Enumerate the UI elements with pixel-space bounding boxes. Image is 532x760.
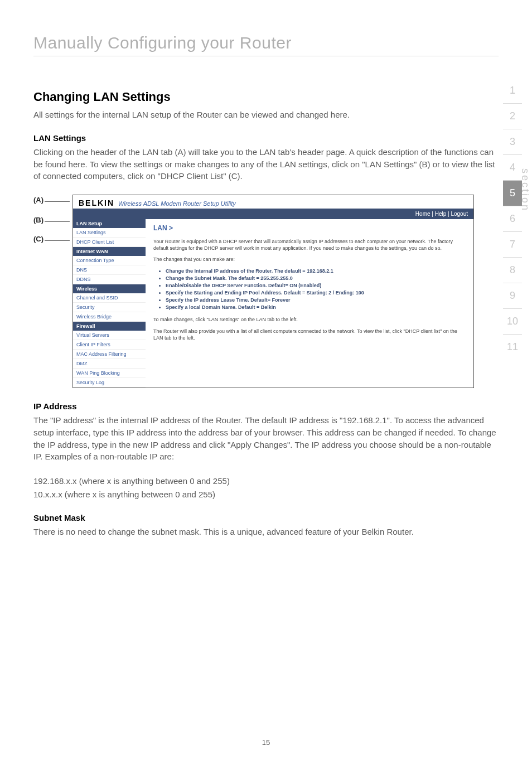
- list-item: Change the Subnet Mask. The default = 25…: [166, 275, 466, 282]
- nav-header-lan[interactable]: LAN Setup: [73, 219, 146, 228]
- list-item: Enable/Disable the DHCP Server Function.…: [166, 282, 466, 289]
- section-nav-item-7[interactable]: 7: [503, 232, 522, 258]
- section-nav-item-8[interactable]: 8: [503, 258, 522, 283]
- list-item: Specify the IP address Lease Time. Defau…: [166, 297, 466, 303]
- ip-example-1: 192.168.x.x (where x is anything between…: [33, 475, 499, 487]
- router-main-panel: LAN > Your Router is equipped with a DHC…: [146, 219, 473, 388]
- nav-item-lan-settings[interactable]: LAN Settings: [73, 228, 146, 238]
- page-title: Manually Configuring your Router: [33, 33, 499, 56]
- nav-header-firewall[interactable]: Firewall: [73, 322, 146, 331]
- heading-lan-settings: LAN Settings: [33, 133, 499, 143]
- intro-text: All settings for the internal LAN setup …: [33, 109, 499, 121]
- ip-example-2: 10.x.x.x (where x is anything between 0 …: [33, 488, 499, 501]
- list-item: Specify the Starting and Ending IP Pool …: [166, 289, 466, 296]
- nav-item-dmz[interactable]: DMZ: [73, 359, 146, 369]
- nav-item-dhcp-client-list[interactable]: DHCP Client List: [73, 238, 146, 247]
- router-main-p3: To make changes, click "LAN Settings" on…: [153, 316, 466, 323]
- lan-settings-text: Clicking on the header of the LAN tab (A…: [33, 146, 499, 182]
- heading-changing-lan: Changing LAN Settings: [33, 90, 499, 104]
- page-number: 15: [0, 738, 532, 747]
- section-nav-item-11[interactable]: 11: [503, 335, 522, 360]
- router-main-bullets: Change the Internal IP address of the Ro…: [166, 268, 466, 311]
- router-nav: LAN Setup LAN Settings DHCP Client List …: [73, 219, 146, 388]
- section-nav-item-1[interactable]: 1: [503, 78, 522, 104]
- nav-item-channel-ssid[interactable]: Channel and SSID: [73, 293, 146, 303]
- nav-item-wireless-bridge[interactable]: Wireless Bridge: [73, 312, 146, 322]
- nav-header-wan[interactable]: Internet WAN: [73, 247, 146, 256]
- section-nav: 1 2 3 4 5 6 7 8 9 10 11: [503, 78, 522, 360]
- figure-line: [45, 221, 70, 222]
- section-nav-item-9[interactable]: 9: [503, 283, 522, 309]
- router-header: BELKIN Wireless ADSL Modem Router Setup …: [73, 195, 473, 209]
- nav-item-virtual-servers[interactable]: Virtual Servers: [73, 331, 146, 340]
- router-figure: (A) (B) (C) BELKIN Wireless ADSL Modem R…: [33, 195, 499, 388]
- figure-line: [45, 240, 70, 241]
- router-main-p1: Your Router is equipped with a DHCP serv…: [153, 238, 466, 251]
- router-topbar[interactable]: Home | Help | Logout: [73, 209, 473, 219]
- figure-label-c: (C): [33, 235, 43, 243]
- nav-item-security[interactable]: Security: [73, 303, 146, 312]
- figure-label-a: (A): [33, 196, 43, 204]
- router-main-title: LAN >: [153, 224, 466, 233]
- list-item: Change the Internal IP address of the Ro…: [166, 268, 466, 274]
- section-label: section: [519, 168, 531, 212]
- router-ui-screenshot: BELKIN Wireless ADSL Modem Router Setup …: [72, 195, 474, 388]
- nav-header-wireless[interactable]: Wireless: [73, 284, 146, 293]
- subnet-mask-text: There is no need to change the subnet ma…: [33, 526, 499, 538]
- nav-item-client-ip-filters[interactable]: Client IP Filters: [73, 340, 146, 350]
- nav-item-connection-type[interactable]: Connection Type: [73, 256, 146, 265]
- nav-item-ddns[interactable]: DDNS: [73, 275, 146, 284]
- router-main-p4: The Router will also provide you with a …: [153, 328, 466, 341]
- router-subtitle: Wireless ADSL Modem Router Setup Utility: [118, 200, 236, 207]
- figure-line: [45, 201, 70, 202]
- heading-ip-address: IP Address: [33, 401, 499, 411]
- router-main-p2: The changes that you can make are:: [153, 256, 466, 263]
- section-nav-item-2[interactable]: 2: [503, 104, 522, 129]
- nav-item-dns[interactable]: DNS: [73, 265, 146, 275]
- ip-address-text: The "IP address" is the internal IP addr…: [33, 414, 499, 463]
- list-item: Specify a local Domain Name. Default = B…: [166, 304, 466, 311]
- figure-label-b: (B): [33, 216, 43, 224]
- nav-item-wan-ping-blocking[interactable]: WAN Ping Blocking: [73, 369, 146, 378]
- heading-subnet-mask: Subnet Mask: [33, 513, 499, 522]
- section-nav-item-10[interactable]: 10: [503, 309, 522, 335]
- nav-item-mac-filtering[interactable]: MAC Address Filtering: [73, 350, 146, 359]
- router-brand: BELKIN: [79, 199, 114, 207]
- section-nav-item-3[interactable]: 3: [503, 129, 522, 155]
- nav-item-security-log[interactable]: Security Log: [73, 378, 146, 388]
